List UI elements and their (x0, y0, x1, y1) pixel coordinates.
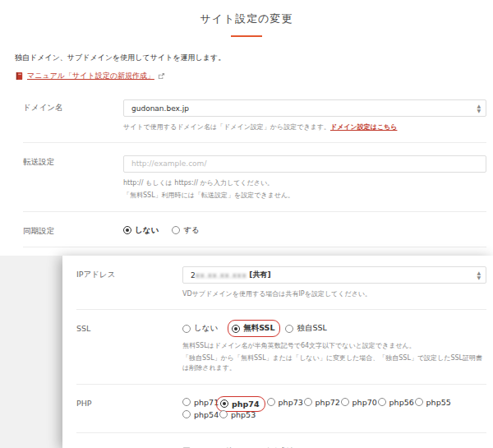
radio-icon (232, 325, 240, 333)
php-radio-php56[interactable]: php56 (378, 398, 415, 407)
radio-icon (267, 398, 275, 406)
php-radio-php73[interactable]: php73 (267, 398, 304, 407)
sync-radio-on[interactable]: する (172, 225, 199, 236)
php-radio-php71[interactable]: php71 (182, 398, 219, 407)
radio-icon (182, 325, 191, 333)
forward-url-input[interactable] (123, 155, 486, 173)
row-forward: 転送設定 http:// もしくは https:// から入力してください。 「… (23, 143, 486, 211)
forward-label: 転送設定 (23, 154, 123, 201)
php-radio-php70[interactable]: php70 (341, 398, 378, 407)
domain-settings-link[interactable]: ドメイン設定はこちら (330, 123, 398, 131)
ssl-radio-own[interactable]: 独自SSL (285, 323, 326, 334)
card-ip-help: VDサブドメインを使用する場合は共有IPを設定してください。 (182, 289, 486, 299)
radio-icon (341, 398, 349, 406)
row-domain: ドメイン名 gudonan.bex.jp ▲▼ サイトで使用するドメイン名は「ド… (23, 89, 486, 143)
radio-icon (220, 400, 228, 408)
manual-link-row: マニュアル「サイト設定の新規作成」 (15, 71, 493, 81)
red-annotation-circle: 無料SSL (228, 320, 280, 337)
radio-icon (172, 226, 180, 234)
a-record-check-row: Aレコードのチェックを行う (182, 444, 486, 448)
book-icon (15, 72, 24, 81)
card-ip-label: IPアドレス (76, 266, 182, 299)
sync-radio-off[interactable]: しない (123, 225, 159, 236)
select-stepper-icon: ▲▼ (477, 104, 481, 113)
card-row-ssl: SSL しない 無料SSL 独自SSL (76, 310, 486, 384)
php-radio-php74[interactable]: php74 (220, 400, 260, 409)
manual-link[interactable]: マニュアル「サイト設定の新規作成」 (27, 71, 154, 81)
domain-label: ドメイン名 (23, 99, 123, 132)
ssl-help-2: 「独自SSL」から「無料SSL」または「しない」に変更した場合、「独自SSL」で… (182, 353, 486, 374)
title-underline (231, 35, 262, 37)
ssl-radio-group: しない 無料SSL 独自SSL (182, 321, 486, 334)
php-radio-php72[interactable]: php72 (304, 398, 341, 407)
sync-radio-group: しない する (123, 223, 486, 236)
domain-select[interactable]: gudonan.bex.jp ▲▼ (123, 99, 486, 117)
radio-icon (415, 398, 423, 406)
radio-icon (123, 226, 131, 234)
domain-select-value: gudonan.bex.jp (131, 104, 189, 113)
ssl-radio-free[interactable]: 無料SSL (232, 323, 274, 334)
forward-help-2: 「無料SSL」利用時には「転送設定」を設定できません。 (123, 191, 486, 201)
domain-help: サイトで使用するドメイン名は「ドメイン設定」から設定できます。ドメイン設定はこち… (123, 122, 486, 132)
radio-icon (285, 325, 293, 333)
sync-label: 同期設定 (23, 223, 123, 237)
ssl-label: SSL (76, 321, 182, 373)
ip-shared-tag: [共有] (249, 270, 270, 280)
ip-masked-value: xx.xx.xx.xxx (196, 271, 247, 279)
radio-icon (378, 398, 386, 406)
php-label: PHP (76, 395, 182, 423)
intro-text: 独自ドメイン、サブドメインを使用してサイトを運用します。 (15, 53, 493, 63)
page-title: サイト設定の変更 (0, 0, 493, 26)
row-sync: 同期設定 しない する (23, 212, 486, 247)
forward-help-1: http:// もしくは https:// から入力してください。 (123, 178, 486, 188)
ssl-radio-none[interactable]: しない (182, 323, 218, 334)
card-ip-select[interactable]: 2 xx.xx.xx.xxx [共有] ▲▼ (182, 266, 486, 284)
php-radio-php53[interactable]: php53 (219, 410, 256, 419)
card-row-php: PHP php71 php74 php73 (76, 385, 486, 433)
external-link-icon (158, 72, 165, 80)
radio-icon (304, 398, 312, 406)
overlay-settings-card: IPアドレス 2 xx.xx.xx.xxx [共有] ▲▼ VDサブドメインを使… (62, 256, 493, 448)
select-stepper-icon: ▲▼ (477, 270, 481, 280)
card-row-ip: IPアドレス 2 xx.xx.xx.xxx [共有] ▲▼ VDサブドメインを使… (76, 256, 486, 310)
ssl-help-1: 無料SSLはドメイン名が半角英数記号で64文字以下でないと設定できません。 (182, 341, 486, 351)
php-radio-php55[interactable]: php55 (415, 398, 452, 407)
php-radio-group: php71 php74 php73 php72 (182, 395, 486, 423)
site-settings-page: サイト設定の変更 独自ドメイン、サブドメインを使用してサイトを運用します。 マニ… (0, 0, 493, 448)
background-patch (0, 256, 64, 448)
radio-icon (182, 398, 191, 406)
radio-icon (219, 410, 228, 418)
php-radio-php54[interactable]: php54 (182, 410, 219, 419)
radio-icon (182, 410, 191, 418)
card-row-option: オプション Aレコードのチェックを行う 無料SSLを設定するにはドメインのAレコ… (76, 433, 486, 448)
option-label: オプション (76, 444, 182, 448)
